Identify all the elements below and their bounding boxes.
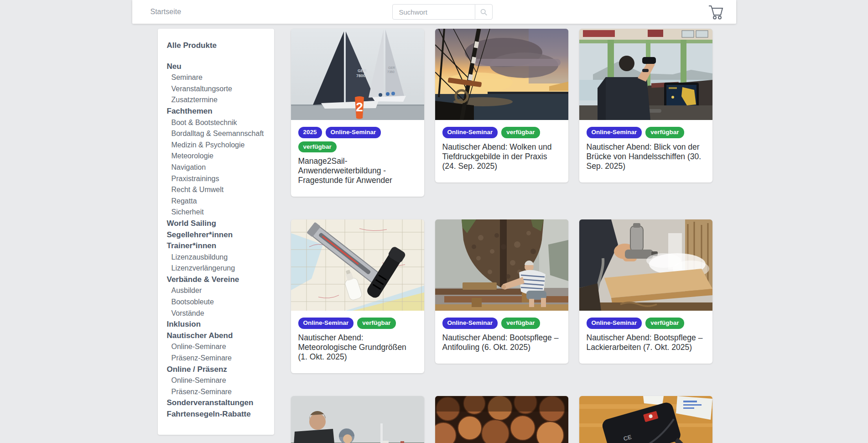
sidebar-item-online-seminare[interactable]: Online-Seminare <box>172 341 226 353</box>
product-card[interactable]: Online-Seminarverfügbar Nautischer Abend… <box>435 219 568 364</box>
search-input[interactable] <box>392 4 475 20</box>
family-lifejackets-image <box>291 396 424 443</box>
product-title: Nautischer Abend: Wolken und Tiefdruckge… <box>442 142 561 171</box>
product-card[interactable]: Online-Seminarverfügbar Nautischer Abend… <box>291 219 424 373</box>
sidebar-row: Nautischer Abend <box>167 330 266 342</box>
sidebar-item-lizenzausbildung[interactable]: Lizenzausbildung <box>172 252 228 263</box>
sidebar-item-meteorologie[interactable]: Meteorologie <box>172 151 214 162</box>
sidebar-row: Online-Seminare <box>167 341 266 353</box>
sidebar-row: Online / Präsenz <box>167 364 266 375</box>
sidebar-item-navigation[interactable]: Navigation <box>172 162 206 173</box>
sidebar-row: Trainer*innen <box>167 240 266 252</box>
product-card-body: Online-Seminarverfügbar Nautischer Abend… <box>291 311 424 373</box>
home-link[interactable]: Startseite <box>151 8 182 16</box>
search-button[interactable] <box>475 4 493 20</box>
sidebar-item-veranstaltungsorte[interactable]: Veranstaltungsorte <box>172 83 232 95</box>
sidebar-item-lizenzverlangerung[interactable]: Lizenzverlängerung <box>172 263 235 274</box>
sidebar-row: Boot & Bootstechnik <box>167 117 266 129</box>
sidebar-row: Veranstaltungsorte <box>167 83 266 95</box>
sidebar-item-sicherheit[interactable]: Sicherheit <box>172 207 204 218</box>
sidebar-item-world-sailing[interactable]: World Sailing <box>167 218 216 229</box>
badge-verfugbar: verfügbar <box>501 318 540 329</box>
sidebar-row: World Sailing <box>167 218 266 229</box>
sidebar-item-segellehrer-innen[interactable]: Segellehrer*innen <box>167 229 233 241</box>
product-card[interactable]: 1 <box>435 396 568 443</box>
product-title: Nautischer Abend: Meteorologische Grundg… <box>298 333 417 362</box>
sidebar-item-bordalltag-seemannschaft[interactable]: Bordalltag & Seemannschaft <box>172 128 264 140</box>
sidebar-item-vorstande[interactable]: Vorstände <box>172 308 204 319</box>
badge-row: Online-Seminarverfügbar <box>298 318 417 329</box>
hull-antifouling-image <box>435 219 568 311</box>
sidebar-row: Online-Seminare <box>167 375 266 386</box>
sidebar-item-ausbilder[interactable]: Ausbilder <box>172 285 202 297</box>
sidebar-row: Navigation <box>167 162 266 173</box>
sidebar-item-neu[interactable]: Neu <box>167 61 182 73</box>
badge-2025: 2025 <box>298 127 322 138</box>
sidebar-item-alle-produkte[interactable]: Alle Produkte <box>167 40 217 52</box>
category-list: Alle ProdukteNeuSeminareVeranstaltungsor… <box>167 40 266 420</box>
sidebar-item-online-seminare[interactable]: Online-Seminare <box>172 375 226 386</box>
sidebar-item-fachthemen[interactable]: Fachthemen <box>167 106 213 117</box>
sidebar-item-nautischer-abend[interactable]: Nautischer Abend <box>167 330 233 342</box>
sidebar-item-medizin-psychologie[interactable]: Medizin & Psychologie <box>172 140 245 151</box>
sidebar-item-trainer-innen[interactable]: Trainer*innen <box>167 240 217 252</box>
sidebar-row: Bootsobleute <box>167 297 266 308</box>
sidebar-row: Verbände & Vereine <box>167 274 266 286</box>
product-card[interactable]: Online-Seminarverfügbar Nautischer Abend… <box>579 29 712 182</box>
sidebar-row: Vorstände <box>167 308 266 319</box>
sidebar-item-online-prasenz[interactable]: Online / Präsenz <box>167 364 227 375</box>
page: Startseite <box>0 0 868 443</box>
badge-online-seminar: Online-Seminar <box>587 318 642 329</box>
sidebar-item-prasenz-seminare[interactable]: Präsenz-Seminare <box>172 353 232 364</box>
sunset-ship-image <box>435 29 568 120</box>
product-title: Nautischer Abend: Bootspflege – Antifoul… <box>442 333 561 352</box>
product-title: Nautischer Abend: Blick von der Brücke v… <box>587 142 705 171</box>
svg-text:2: 2 <box>356 100 363 114</box>
sidebar-item-regatta[interactable]: Regatta <box>172 196 197 207</box>
product-card[interactable]: Online-Seminarverfügbar Nautischer Abend… <box>435 29 568 182</box>
sidebar-row: Recht & Umwelt <box>167 184 266 196</box>
badge-verfugbar: verfügbar <box>357 318 395 329</box>
search-icon <box>480 8 488 16</box>
sidebar-item-verbande-vereine[interactable]: Verbände & Vereine <box>167 274 239 286</box>
sidebar-item-fahrtensegeln-rabatte[interactable]: Fahrtensegeln-Rabatte <box>167 409 251 420</box>
product-card[interactable] <box>291 396 424 443</box>
sidebar-item-boot-bootstechnik[interactable]: Boot & Bootstechnik <box>172 117 237 129</box>
sidebar-item-inklusion[interactable]: Inklusion <box>167 319 201 330</box>
product-title: Nautischer Abend: Bootspflege – Lackiera… <box>587 333 705 352</box>
sidebar-row: Medizin & Psychologie <box>167 140 266 151</box>
sidebar-item-praxistrainings[interactable]: Praxistrainings <box>172 173 219 185</box>
top-navigation-bar: Startseite <box>132 0 736 24</box>
spray-lacquer-image <box>579 219 712 311</box>
cart-button[interactable] <box>708 5 724 20</box>
badge-row: Online-Seminarverfügbar <box>442 127 561 138</box>
sidebar-row: Zusatztermine <box>167 94 266 106</box>
sidebar-row: Präsenz-Seminare <box>167 386 266 398</box>
product-grid: GER 7800 GER 7350 2 2025Online-Seminarve… <box>291 29 712 443</box>
sidebar-row: Inklusion <box>167 319 266 330</box>
sidebar-item-prasenz-seminare[interactable]: Präsenz-Seminare <box>172 386 232 398</box>
sidebar-item-recht-umwelt[interactable]: Recht & Umwelt <box>172 184 224 196</box>
sidebar-row: Seminare <box>167 72 266 83</box>
sidebar-item-bootsobleute[interactable]: Bootsobleute <box>172 297 214 308</box>
sidebar-item-sonderveranstaltungen[interactable]: Sonderveranstaltungen <box>167 397 254 409</box>
sidebar-item-zusatztermine[interactable]: Zusatztermine <box>172 94 218 106</box>
svg-text:7800: 7800 <box>356 73 365 78</box>
product-card[interactable]: CE <box>579 396 712 443</box>
badge-row: Online-Seminarverfügbar <box>587 127 705 138</box>
coins-image: 1 <box>435 396 568 443</box>
badge-row: Online-Seminarverfügbar <box>442 318 561 329</box>
sidebar-row: Fahrtensegeln-Rabatte <box>167 409 266 420</box>
svg-text:GER: GER <box>388 66 395 69</box>
badge-online-seminar: Online-Seminar <box>326 127 381 138</box>
sidebar-row: Praxistrainings <box>167 173 266 185</box>
product-card[interactable]: GER 7800 GER 7350 2 2025Online-Seminarve… <box>291 29 424 197</box>
product-card[interactable]: Online-Seminarverfügbar Nautischer Abend… <box>579 219 712 364</box>
badge-verfugbar: verfügbar <box>645 318 684 329</box>
sidebar-row: Lizenzverlängerung <box>167 263 266 274</box>
badge-online-seminar: Online-Seminar <box>442 127 498 138</box>
shopping-cart-icon <box>708 5 724 20</box>
badge-verfugbar: verfügbar <box>298 141 337 153</box>
sidebar-row: Meteorologie <box>167 151 266 162</box>
sidebar-item-seminare[interactable]: Seminare <box>172 72 203 83</box>
